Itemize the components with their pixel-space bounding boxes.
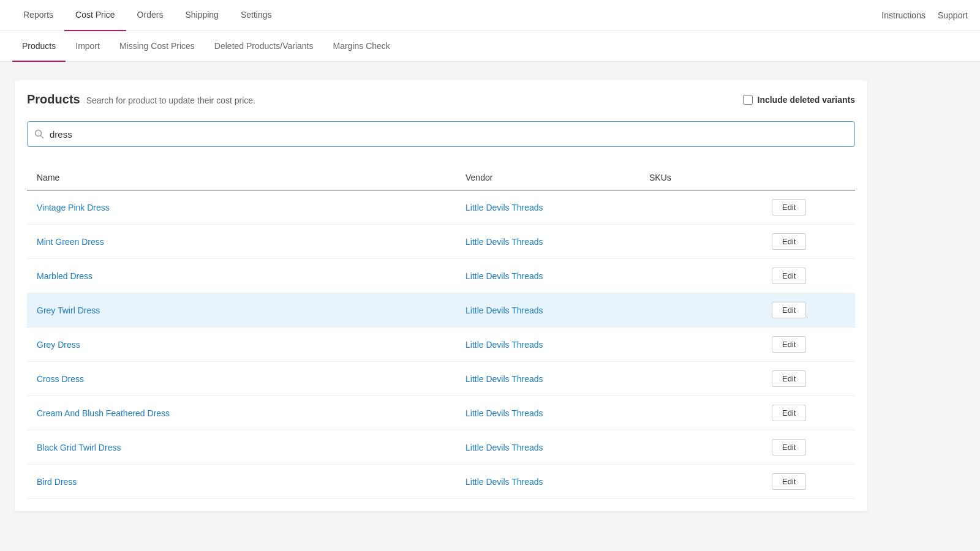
edit-button[interactable]: Edit: [772, 439, 806, 455]
actions-cell: Edit: [772, 268, 845, 284]
top-nav-right-support[interactable]: Support: [938, 10, 968, 20]
sub-nav-item-margins-check[interactable]: Margins Check: [323, 31, 399, 62]
search-container: [27, 121, 855, 147]
products-table: Name Vendor SKUs Vintage Pink DressLittl…: [27, 165, 855, 499]
product-name[interactable]: Marbled Dress: [37, 271, 466, 281]
vendor-name[interactable]: Little Devils Threads: [466, 271, 649, 281]
main-content: Products Search for product to update th…: [0, 62, 882, 530]
table-row: Cross DressLittle Devils ThreadsEdit: [27, 362, 855, 396]
sub-nav-item-products[interactable]: Products: [12, 31, 66, 62]
vendor-name[interactable]: Little Devils Threads: [466, 340, 649, 350]
edit-button[interactable]: Edit: [772, 268, 806, 284]
actions-cell: Edit: [772, 439, 845, 455]
actions-cell: Edit: [772, 405, 845, 421]
actions-cell: Edit: [772, 370, 845, 387]
table-row: Cream And Blush Feathered DressLittle De…: [27, 396, 855, 430]
actions-cell: Edit: [772, 336, 845, 353]
table-body: Vintage Pink DressLittle Devils ThreadsE…: [27, 190, 855, 499]
vendor-name[interactable]: Little Devils Threads: [466, 237, 649, 247]
edit-button[interactable]: Edit: [772, 473, 806, 490]
sub-nav-item-missing-cost-prices[interactable]: Missing Cost Prices: [110, 31, 205, 62]
column-header-actions: [772, 173, 845, 182]
table-row: Marbled DressLittle Devils ThreadsEdit: [27, 259, 855, 293]
column-header-skus: SKUs: [649, 173, 772, 182]
product-name[interactable]: Vintage Pink Dress: [37, 203, 466, 212]
edit-button[interactable]: Edit: [772, 233, 806, 250]
top-nav-item-reports[interactable]: Reports: [12, 0, 64, 31]
top-navigation: ReportsCost PriceOrdersShippingSettings …: [0, 0, 980, 31]
edit-button[interactable]: Edit: [772, 302, 806, 318]
column-header-vendor: Vendor: [466, 173, 649, 182]
content-wrapper: Products Search for product to update th…: [15, 80, 867, 511]
page-title: Products: [27, 92, 80, 107]
product-name[interactable]: Black Grid Twirl Dress: [37, 443, 466, 452]
vendor-name[interactable]: Little Devils Threads: [466, 408, 649, 418]
top-nav-right-instructions[interactable]: Instructions: [881, 10, 925, 20]
table-row: Grey DressLittle Devils ThreadsEdit: [27, 328, 855, 362]
table-header: Name Vendor SKUs: [27, 165, 855, 190]
actions-cell: Edit: [772, 473, 845, 490]
search-input[interactable]: [27, 121, 855, 147]
svg-line-1: [41, 136, 43, 138]
table-row: Black Grid Twirl DressLittle Devils Thre…: [27, 430, 855, 465]
page-header-left: Products Search for product to update th…: [27, 92, 255, 107]
product-name[interactable]: Grey Dress: [37, 340, 466, 350]
top-nav-left: ReportsCost PriceOrdersShippingSettings: [12, 0, 881, 31]
table-row: Mint Green DressLittle Devils ThreadsEdi…: [27, 225, 855, 259]
sub-navigation: ProductsImportMissing Cost PricesDeleted…: [0, 31, 980, 62]
edit-button[interactable]: Edit: [772, 370, 806, 387]
edit-button[interactable]: Edit: [772, 199, 806, 216]
top-nav-item-shipping[interactable]: Shipping: [174, 0, 230, 31]
table-row: Grey Twirl DressLittle Devils ThreadsEdi…: [27, 293, 855, 328]
top-nav-right: InstructionsSupport: [881, 10, 968, 20]
column-header-name: Name: [37, 173, 466, 182]
include-deleted-text: Include deleted variants: [758, 95, 856, 105]
edit-button[interactable]: Edit: [772, 336, 806, 353]
page-subtitle: Search for product to update their cost …: [86, 96, 255, 105]
table-row: Vintage Pink DressLittle Devils ThreadsE…: [27, 190, 855, 225]
vendor-name[interactable]: Little Devils Threads: [466, 374, 649, 384]
edit-button[interactable]: Edit: [772, 405, 806, 421]
table-row: Bird DressLittle Devils ThreadsEdit: [27, 465, 855, 499]
search-icon: [34, 129, 44, 139]
product-name[interactable]: Grey Twirl Dress: [37, 305, 466, 315]
top-nav-item-cost-price[interactable]: Cost Price: [64, 0, 126, 31]
actions-cell: Edit: [772, 199, 845, 216]
product-name[interactable]: Cross Dress: [37, 374, 466, 384]
top-nav-item-settings[interactable]: Settings: [230, 0, 283, 31]
include-deleted-label[interactable]: Include deleted variants: [743, 95, 856, 105]
page-header: Products Search for product to update th…: [27, 92, 855, 107]
actions-cell: Edit: [772, 302, 845, 318]
include-deleted-checkbox[interactable]: [743, 95, 753, 105]
vendor-name[interactable]: Little Devils Threads: [466, 443, 649, 452]
sub-nav-item-deleted-products-variants[interactable]: Deleted Products/Variants: [205, 31, 323, 62]
vendor-name[interactable]: Little Devils Threads: [466, 305, 649, 315]
product-name[interactable]: Cream And Blush Feathered Dress: [37, 408, 466, 418]
vendor-name[interactable]: Little Devils Threads: [466, 203, 649, 212]
top-nav-item-orders[interactable]: Orders: [126, 0, 175, 31]
actions-cell: Edit: [772, 233, 845, 250]
vendor-name[interactable]: Little Devils Threads: [466, 477, 649, 487]
product-name[interactable]: Bird Dress: [37, 477, 466, 487]
product-name[interactable]: Mint Green Dress: [37, 237, 466, 247]
sub-nav-item-import[interactable]: Import: [66, 31, 110, 62]
